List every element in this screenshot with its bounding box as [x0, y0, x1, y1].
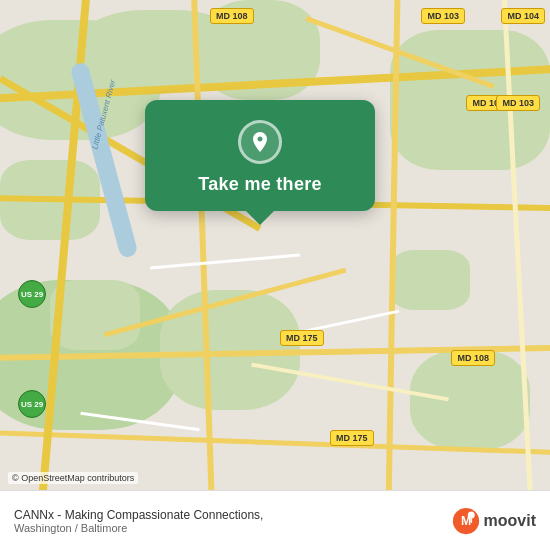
moovit-icon-svg: M [452, 507, 480, 535]
take-me-there-button[interactable]: Take me there [198, 174, 322, 195]
pin-icon [238, 120, 282, 164]
moovit-label: moovit [484, 512, 536, 530]
location-pin-svg [248, 130, 272, 154]
svg-point-2 [467, 511, 474, 518]
osm-attribution: © OpenStreetMap contributors [8, 472, 138, 484]
footer: CANNx - Making Compassionate Connections… [0, 490, 550, 550]
map-view[interactable]: Little Patuxent River MD 108 MD 108 MD 1… [0, 0, 550, 490]
road-badge-md104: MD 104 [501, 8, 545, 24]
app-name: CANNx - Making Compassionate Connections… [14, 508, 263, 522]
road-badge-md108: MD 108 [210, 8, 254, 24]
location-callout[interactable]: Take me there [145, 100, 375, 211]
road-badge-md108-r2: MD 108 [451, 350, 495, 366]
road-badge-md103-top: MD 103 [421, 8, 465, 24]
road-badge-md175-2: MD 175 [330, 430, 374, 446]
green-area [390, 250, 470, 310]
location-label: Washington / Baltimore [14, 522, 263, 534]
road-badge-md175-1: MD 175 [280, 330, 324, 346]
footer-left: CANNx - Making Compassionate Connections… [14, 508, 263, 534]
road-badge-us29-1: US 29 [18, 280, 46, 308]
moovit-logo: M moovit [452, 507, 536, 535]
road-badge-md103-mid: MD 103 [496, 95, 540, 111]
road-badge-us29-2: US 29 [18, 390, 46, 418]
